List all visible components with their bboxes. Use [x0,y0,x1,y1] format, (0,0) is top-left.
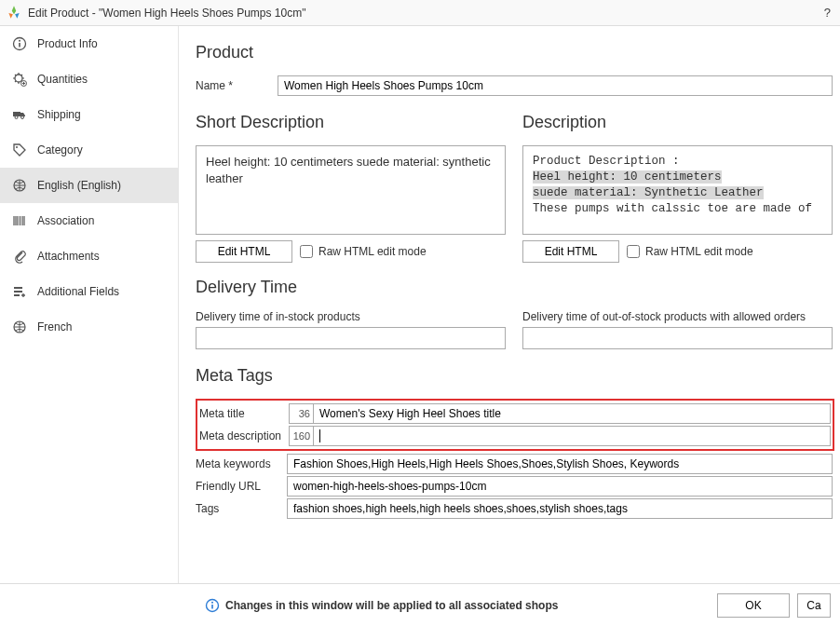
sidebar-item-label: English (English) [37,179,121,192]
sidebar-item-label: Category [37,143,83,156]
meta-keywords-input[interactable] [287,454,833,474]
svg-rect-12 [14,294,20,296]
sidebar-item-attachments[interactable]: Attachments [0,238,178,274]
meta-desc-label: Meta description [199,429,289,442]
titlebar: Edit Product - "Women High Heels Shoes P… [0,0,840,26]
tag-icon [11,142,28,158]
fields-plus-icon [11,283,28,300]
help-button[interactable]: ? [820,6,834,20]
delivery-outstock-label: Delivery time of out-of-stock products w… [522,310,833,323]
sidebar-item-english[interactable]: English (English) [0,168,178,203]
globe-icon [11,177,28,194]
svg-point-6 [15,116,18,119]
svg-point-8 [16,146,18,148]
gear-plus-icon [11,71,28,88]
svg-rect-10 [14,287,22,289]
cancel-button[interactable]: Ca [797,593,831,618]
footer: Changes in this window will be applied t… [0,583,840,626]
short-desc-raw-checkbox-input[interactable] [300,245,313,258]
short-desc-editor[interactable]: Heel height: 10 centimeters suede materi… [196,145,506,235]
name-input[interactable] [278,75,833,96]
section-short-desc: Short Description [196,113,506,132]
window-title: Edit Product - "Women High Heels Shoes P… [28,7,820,20]
sidebar-item-product-info[interactable]: Product Info [0,26,178,61]
app-icon [6,5,22,21]
short-desc-raw-label: Raw HTML edit mode [318,245,427,258]
sidebar-item-association[interactable]: Association [0,203,178,238]
info-icon [11,35,28,52]
svg-point-16 [211,601,213,603]
delivery-instock-label: Delivery time of in-stock products [196,310,506,323]
short-desc-raw-checkbox[interactable]: Raw HTML edit mode [300,245,427,258]
svg-point-7 [21,116,24,119]
meta-title-count: 36 [289,403,313,424]
sidebar-item-quantities[interactable]: Quantities [0,61,178,97]
meta-title-label: Meta title [199,407,289,420]
ok-button[interactable]: OK [717,593,790,618]
globe-icon [11,319,28,335]
sidebar-item-shipping[interactable]: Shipping [0,97,178,132]
meta-desc-count: 160 [289,426,313,446]
info-icon [205,598,220,613]
paperclip-icon [11,248,28,265]
text-caret [319,429,320,442]
sidebar-item-category[interactable]: Category [0,132,178,168]
meta-title-input[interactable] [313,403,831,424]
friendly-url-input[interactable] [287,476,833,497]
content-pane: Product Name * Short Description Heel he… [179,26,840,583]
meta-desc-input[interactable] [313,426,831,446]
sidebar-item-label: Attachments [37,250,100,263]
sidebar-item-label: Shipping [37,108,81,121]
sidebar: Product Info Quantities Shipping Categor… [0,26,179,583]
section-product: Product [196,43,840,62]
desc-raw-label: Raw HTML edit mode [645,245,753,258]
sidebar-item-label: Association [37,214,94,227]
section-meta: Meta Tags [196,366,840,386]
meta-highlight-box: Meta title 36 Meta description 160 [196,399,834,451]
truck-icon [11,106,28,123]
footer-message: Changes in this window will be applied t… [225,599,710,612]
delivery-outstock-input[interactable] [522,327,833,349]
svg-rect-15 [211,605,213,609]
svg-rect-1 [19,43,20,48]
desc-editor[interactable]: Product Description : Heel height: 10 ce… [522,145,833,235]
sidebar-item-french[interactable]: French [0,309,178,345]
delivery-instock-input[interactable] [196,327,506,349]
svg-rect-11 [14,291,22,293]
section-delivery: Delivery Time [196,278,840,297]
sidebar-item-label: Additional Fields [37,285,119,298]
friendly-url-label: Friendly URL [196,480,287,493]
desc-edit-html-button[interactable]: Edit HTML [522,240,619,263]
tags-label: Tags [196,502,287,515]
desc-raw-checkbox[interactable]: Raw HTML edit mode [627,245,753,258]
tags-input[interactable] [287,498,833,519]
svg-point-2 [19,40,20,42]
name-label: Name * [196,79,278,92]
sidebar-item-label: French [37,320,72,333]
section-desc: Description [522,113,833,132]
meta-keywords-label: Meta keywords [196,457,287,470]
barcode-icon [11,212,28,229]
desc-raw-checkbox-input[interactable] [627,245,640,258]
sidebar-item-additional-fields[interactable]: Additional Fields [0,274,178,309]
sidebar-item-label: Quantities [37,73,88,86]
sidebar-item-label: Product Info [37,37,98,50]
short-desc-edit-html-button[interactable]: Edit HTML [196,240,292,263]
